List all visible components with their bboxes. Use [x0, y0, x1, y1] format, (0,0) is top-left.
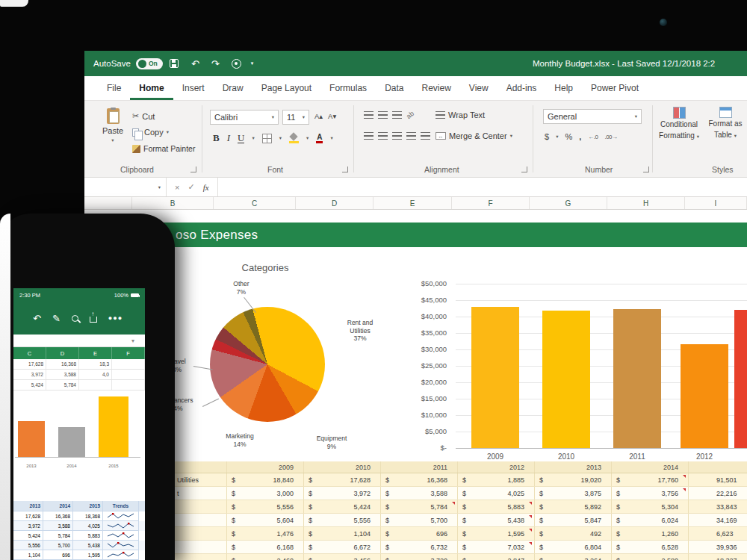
- value-cell[interactable]: $1,885: [457, 473, 534, 486]
- value-cell[interactable]: $3,875: [534, 487, 611, 500]
- paste-button[interactable]: Paste ▾: [96, 108, 129, 165]
- phone-table-cell[interactable]: 5,438: [73, 541, 103, 550]
- undo-icon[interactable]: ↶: [191, 59, 199, 69]
- font-size-select[interactable]: 11 ▾: [282, 110, 309, 125]
- total-cell[interactable]: 33,843: [688, 500, 747, 513]
- phone-column-header-F[interactable]: F: [112, 347, 145, 359]
- cancel-icon[interactable]: ×: [175, 183, 179, 192]
- phone-grid-cell[interactable]: 16,368: [46, 359, 79, 369]
- column-chart[interactable]: $50,000$45,000$40,000$35,000$30,000$25,0…: [413, 284, 747, 467]
- value-cell[interactable]: $2,460: [226, 554, 303, 560]
- font-grow-shrink[interactable]: A▴ A▾: [314, 112, 336, 120]
- font-family-select[interactable]: Calibri ▾: [210, 110, 279, 125]
- phone-grid-cell[interactable]: 5,784: [46, 380, 79, 390]
- worksheet[interactable]: oso Expenses Categories Other 7% Rent an…: [84, 210, 747, 560]
- format-painter-button[interactable]: Format Painter: [132, 144, 195, 153]
- total-cell[interactable]: 34,169: [688, 514, 747, 526]
- account-icon[interactable]: [232, 59, 241, 69]
- value-cell[interactable]: $2,580: [611, 554, 688, 560]
- formula-input[interactable]: [218, 178, 747, 196]
- quick-access-caret-icon[interactable]: ▾: [251, 60, 254, 66]
- merge-center-button[interactable]: ↔ Merge & Center ▾: [436, 131, 512, 140]
- value-cell[interactable]: $1,104: [303, 527, 380, 540]
- value-cell[interactable]: $6,024: [611, 514, 688, 526]
- currency-icon[interactable]: $: [545, 132, 549, 141]
- tab-page-layout[interactable]: Page Layout: [252, 76, 320, 100]
- share-icon[interactable]: [90, 317, 97, 323]
- column-header-G[interactable]: G: [530, 197, 607, 209]
- phone-table-cell[interactable]: 3,588: [43, 521, 73, 531]
- shrink-font-icon[interactable]: A▾: [328, 112, 336, 120]
- phone-grid-cell[interactable]: [112, 370, 145, 379]
- tab-help[interactable]: Help: [545, 76, 582, 100]
- sparkline-cell[interactable]: [103, 521, 139, 531]
- tab-view[interactable]: View: [460, 76, 498, 100]
- phone-table-cell[interactable]: 1,104: [13, 550, 43, 560]
- number-format-select[interactable]: General ▾: [543, 109, 642, 124]
- total-cell[interactable]: 91,501: [688, 473, 747, 486]
- value-cell[interactable]: $4,025: [457, 487, 534, 500]
- value-cell[interactable]: $5,438: [457, 514, 534, 526]
- align-left-icon[interactable]: [364, 132, 374, 140]
- font-color-caret-icon[interactable]: ▾: [330, 135, 332, 141]
- phone-bar-2013[interactable]: [18, 421, 45, 457]
- value-cell[interactable]: $6,672: [303, 541, 380, 553]
- phone-table-cell[interactable]: 5,700: [43, 541, 73, 550]
- decrease-indent-icon[interactable]: [406, 132, 416, 140]
- total-cell[interactable]: 18,327: [688, 554, 747, 560]
- phone-column-header-E[interactable]: E: [79, 347, 112, 359]
- total-cell[interactable]: 6,623: [688, 527, 747, 540]
- value-cell[interactable]: $19,020: [534, 473, 611, 486]
- percent-icon[interactable]: %: [565, 132, 572, 141]
- phone-table-cell[interactable]: 1,595: [73, 550, 103, 560]
- conditional-formatting-button[interactable]: Conditional Formatting ▾: [658, 107, 700, 140]
- phone-table-cell[interactable]: 5,883: [73, 531, 103, 541]
- value-cell[interactable]: $6,528: [611, 541, 688, 553]
- total-cell[interactable]: 22,216: [688, 487, 747, 500]
- italic-button[interactable]: I: [227, 132, 230, 144]
- clipboard-dialog-launcher[interactable]: [190, 167, 196, 172]
- value-cell[interactable]: $6,168: [226, 541, 303, 553]
- value-cell[interactable]: $5,784: [380, 500, 457, 513]
- phone-bar-2014[interactable]: [58, 427, 85, 457]
- phone-table-cell[interactable]: 696: [43, 550, 73, 560]
- sparkline-cell[interactable]: [103, 511, 139, 521]
- value-cell[interactable]: $3,588: [380, 487, 457, 500]
- value-cell[interactable]: $3,756: [611, 487, 688, 500]
- value-cell[interactable]: $492: [534, 527, 611, 540]
- value-cell[interactable]: $2,847: [457, 554, 534, 560]
- value-cell[interactable]: $6,732: [380, 541, 457, 553]
- phone-grid-cell[interactable]: 17,628: [13, 359, 46, 369]
- phone-grid-cell[interactable]: 3,588: [46, 370, 79, 379]
- orientation-icon[interactable]: ab: [405, 110, 415, 120]
- borders-icon[interactable]: [262, 134, 272, 143]
- value-cell[interactable]: $3,000: [226, 487, 303, 500]
- value-cell[interactable]: $6,804: [534, 541, 611, 553]
- align-center-icon[interactable]: [378, 132, 388, 140]
- value-cell[interactable]: $5,847: [534, 514, 611, 526]
- value-cell[interactable]: $18,840: [226, 473, 303, 486]
- column-header-C[interactable]: C: [214, 197, 296, 209]
- phone-grid[interactable]: 17,62816,36818,33,9723,5884,05,4245,784: [13, 359, 145, 391]
- phone-table-cell[interactable]: 5,424: [13, 531, 43, 541]
- bar-partial[interactable]: [734, 310, 747, 448]
- column-header-H[interactable]: H: [607, 197, 685, 209]
- tab-draw[interactable]: Draw: [214, 76, 252, 100]
- sparkline-cell[interactable]: [103, 550, 139, 560]
- phone-table-cell[interactable]: 5,556: [13, 541, 43, 550]
- font-dialog-launcher[interactable]: [342, 167, 348, 172]
- value-cell[interactable]: $1,260: [611, 527, 688, 540]
- cut-button[interactable]: ✂ Cut: [132, 111, 155, 121]
- redo-icon[interactable]: ↷: [211, 59, 220, 69]
- sparkline-cell[interactable]: [103, 541, 139, 550]
- value-cell[interactable]: $1,476: [226, 527, 303, 540]
- enter-icon[interactable]: ✓: [187, 182, 194, 192]
- value-cell[interactable]: $7,032: [457, 541, 534, 553]
- value-cell[interactable]: $5,700: [380, 514, 457, 526]
- phone-grid-cell[interactable]: [112, 380, 145, 390]
- value-cell[interactable]: $3,720: [380, 554, 457, 560]
- fill-color-icon[interactable]: [289, 134, 299, 143]
- align-bottom-icon[interactable]: [392, 111, 402, 119]
- value-cell[interactable]: $5,604: [226, 514, 303, 526]
- undo-icon[interactable]: ↶: [33, 314, 41, 323]
